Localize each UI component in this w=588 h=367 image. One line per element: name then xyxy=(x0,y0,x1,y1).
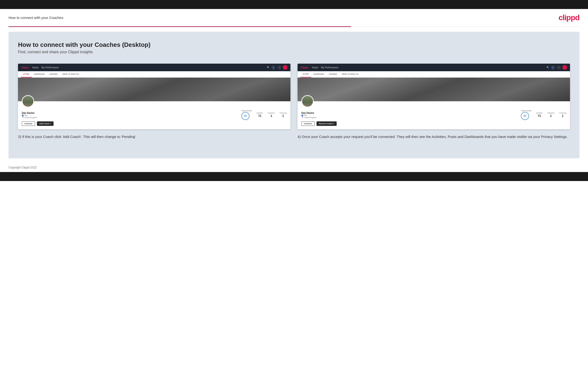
mock-profile-info-left: Dan Davies Pro 📍 United Kingdom xyxy=(22,111,237,118)
screenshot-col-right: clippd Home My Performance 🔍 👤 ⚙ Profile xyxy=(298,64,570,139)
mock-banner-img-left xyxy=(18,78,290,101)
badge-dot-left xyxy=(22,115,24,117)
copyright-text: Copyright Clippd 2022 xyxy=(9,166,37,169)
mock-buttons-row-left: Unfollow Add Coach + xyxy=(22,121,287,126)
mock-stats-row-right: Dan Davies Pro 📍 United Kingdom Player Q… xyxy=(301,109,566,120)
mock-stat-quality-left: Player Quality 97 xyxy=(242,110,252,120)
tab-what-to-work-on-left[interactable]: What To Work On xyxy=(60,71,81,77)
quality-circle-right: 97 xyxy=(521,112,529,120)
add-coach-button-left[interactable]: Add Coach + xyxy=(37,121,53,126)
mock-buttons-row-right: Unfollow Remove Coach × xyxy=(301,121,566,126)
following-value-left: 1 xyxy=(280,114,287,118)
mock-nav-left: clippd Home My Performance 🔍 👤 ⚙ xyxy=(18,64,290,71)
avatar-right xyxy=(562,65,567,70)
unfollow-button-left[interactable]: Unfollow xyxy=(22,121,35,126)
screenshots-row: clippd Home My Performance 🔍 👤 ⚙ Profile xyxy=(18,64,570,139)
mock-nav-right-left: 🔍 👤 ⚙ xyxy=(267,65,288,70)
followers-label-left: Followers xyxy=(268,112,275,114)
mock-browser-right: clippd Home My Performance 🔍 👤 ⚙ Profile xyxy=(298,64,570,129)
mock-nav-home-right: Home xyxy=(312,66,318,69)
mock-profile-section-right: Dan Davies Pro 📍 United Kingdom Player Q… xyxy=(298,101,570,129)
mock-banner-right xyxy=(298,78,570,101)
mock-stat-following-left: Following 1 xyxy=(280,112,287,118)
bottom-bar xyxy=(0,172,588,181)
following-label-right: Following xyxy=(559,112,566,114)
page-heading: How to connect with your Coaches (Deskto… xyxy=(18,41,570,49)
mock-nav-home-left: Home xyxy=(32,66,39,69)
following-value-right: 1 xyxy=(559,114,566,118)
mock-player-name-right: Dan Davies xyxy=(301,112,516,114)
mock-stats-row-left: Dan Davies Pro 📍 United Kingdom Player Q… xyxy=(22,109,287,120)
mock-location-left: 📍 United Kingdom xyxy=(22,117,237,118)
footer: Copyright Clippd 2022 xyxy=(0,163,588,172)
quality-label-right: Player Quality xyxy=(521,110,531,111)
screenshot-col-left: clippd Home My Performance 🔍 👤 ⚙ Profile xyxy=(18,64,290,139)
header-divider xyxy=(9,26,579,27)
remove-coach-icon-right: × xyxy=(333,123,335,125)
page-subheading: Find, connect and share your Clippd insi… xyxy=(18,50,570,54)
tab-profile-right[interactable]: Profile xyxy=(300,71,311,77)
activities-label-right: Activities xyxy=(536,112,543,114)
header: How to connect with your Coaches clippd xyxy=(0,9,588,26)
mock-banner-left xyxy=(18,78,290,101)
activities-label-left: Activities xyxy=(257,112,263,114)
mock-avatar-inner-right xyxy=(302,96,313,107)
mock-nav-icons-right: 🔍 👤 ⚙ xyxy=(546,65,567,70)
tab-dashboard-right[interactable]: Dashboard xyxy=(311,71,327,77)
user-icon-left: 👤 xyxy=(271,66,275,69)
badge-label-left: Pro xyxy=(24,114,27,117)
activities-value-right: 71 xyxy=(536,114,543,118)
mock-logo-left: clippd xyxy=(21,66,28,69)
remove-coach-label-right: Remove Coach xyxy=(319,123,333,125)
add-coach-label-left: Add Coach xyxy=(39,123,49,125)
badge-dot-right xyxy=(301,115,303,117)
add-coach-icon-left: + xyxy=(50,123,51,125)
search-icon-left: 🔍 xyxy=(267,66,270,69)
quality-circle-left: 97 xyxy=(242,112,250,120)
mock-player-name-left: Dan Davies xyxy=(22,112,237,114)
mock-avatar-inner-left xyxy=(23,96,33,107)
mock-avatar-wrap-left xyxy=(22,101,287,108)
remove-coach-button-right[interactable]: Remove Coach × xyxy=(317,121,337,126)
mock-stat-followers-left: Followers 1 xyxy=(268,112,275,118)
mock-tabs-right: Profile Dashboard Activities What To Wor… xyxy=(298,71,570,78)
followers-label-right: Followers xyxy=(547,112,554,114)
settings-icon-left: ⚙ xyxy=(277,66,281,69)
mock-nav-performance-right: My Performance xyxy=(321,66,338,69)
avatar-left xyxy=(283,65,288,70)
mock-player-badge-left: Pro xyxy=(22,114,237,117)
description-left: 3) If this is your Coach click 'Add Coac… xyxy=(18,134,290,139)
logo: clippd xyxy=(559,13,579,22)
mock-avatar-left xyxy=(22,95,34,108)
mock-browser-left: clippd Home My Performance 🔍 👤 ⚙ Profile xyxy=(18,64,290,129)
mock-tabs-left: Profile Dashboard Activities What To Wor… xyxy=(18,71,290,78)
mock-stat-quality-right: Player Quality 97 xyxy=(521,110,531,120)
header-title: How to connect with your Coaches xyxy=(9,16,63,20)
mock-logo-right: clippd xyxy=(300,66,308,69)
user-icon-right: 👤 xyxy=(551,66,555,69)
mock-profile-section-left: Dan Davies Pro 📍 United Kingdom Player Q… xyxy=(18,101,290,129)
badge-label-right: Pro xyxy=(304,114,307,117)
tab-activities-right[interactable]: Activities xyxy=(327,71,340,77)
mock-nav-links-left: Home My Performance xyxy=(32,66,59,69)
followers-value-left: 1 xyxy=(268,114,275,118)
top-bar xyxy=(0,0,588,9)
main-content: How to connect with your Coaches (Deskto… xyxy=(9,32,579,158)
quality-label-left: Player Quality xyxy=(242,110,252,111)
tab-activities-left[interactable]: Activities xyxy=(47,71,60,77)
unfollow-button-right[interactable]: Unfollow xyxy=(301,121,315,126)
followers-value-right: 1 xyxy=(547,114,554,118)
mock-nav-performance-left: My Performance xyxy=(42,66,59,69)
tab-what-to-work-on-right[interactable]: What To Work On xyxy=(339,71,361,77)
tab-profile-left[interactable]: Profile xyxy=(21,71,32,77)
mock-stat-followers-right: Followers 1 xyxy=(547,112,554,118)
mock-avatar-right xyxy=(301,95,314,108)
mock-banner-img-right xyxy=(298,78,570,101)
tab-dashboard-left[interactable]: Dashboard xyxy=(32,71,47,77)
mock-player-badge-right: Pro xyxy=(301,114,516,117)
mock-nav-links-right: Home My Performance xyxy=(312,66,338,69)
mock-stat-activities-right: Activities 71 xyxy=(536,112,543,118)
description-right: 4) Once your Coach accepts your request … xyxy=(298,134,570,139)
mock-avatar-wrap-right xyxy=(301,101,566,108)
mock-profile-info-right: Dan Davies Pro 📍 United Kingdom xyxy=(301,111,516,118)
